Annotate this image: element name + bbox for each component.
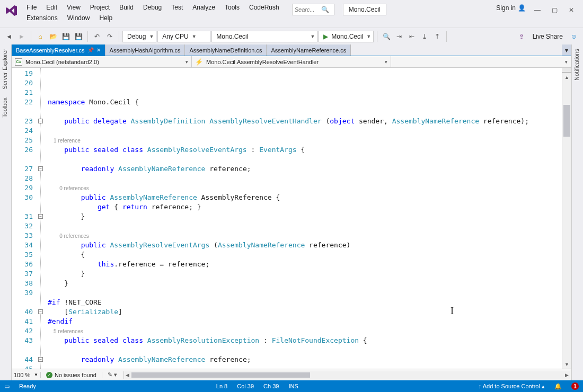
- vertical-scrollbar[interactable]: ▲ ▼: [562, 68, 571, 369]
- find-button[interactable]: 🔍: [381, 31, 392, 42]
- nav-project-combo[interactable]: C# Mono.Cecil (netstandard2.0)▾: [12, 56, 192, 67]
- save-all-button[interactable]: 💾: [73, 31, 84, 42]
- menu-build[interactable]: Build: [115, 2, 138, 13]
- redo-button[interactable]: ↷: [104, 31, 116, 42]
- undo-button[interactable]: ↶: [91, 31, 103, 42]
- code-line[interactable]: }: [48, 212, 562, 221]
- code-line[interactable]: get { return reference; }: [48, 202, 562, 212]
- scroll-right-button[interactable]: ▶: [563, 371, 570, 379]
- feedback-button[interactable]: ☺: [568, 31, 580, 42]
- code-area[interactable]: I namespace Mono.Cecil { public delegate…: [48, 68, 562, 369]
- menu-analyze[interactable]: Analyze: [188, 2, 219, 13]
- menu-debug[interactable]: Debug: [139, 2, 166, 13]
- notification-bell-icon[interactable]: 🔔: [554, 383, 562, 390]
- code-line[interactable]: [48, 364, 562, 369]
- code-line[interactable]: [Serializable]: [48, 307, 562, 317]
- file-tab[interactable]: AssemblyNameDefinition.cs: [185, 44, 267, 56]
- menu-coderush[interactable]: CodeRush: [245, 2, 284, 13]
- code-line[interactable]: {: [48, 250, 562, 260]
- split-handle[interactable]: [562, 68, 571, 73]
- search-input[interactable]: [295, 6, 321, 13]
- live-share-label[interactable]: Live Share: [528, 33, 567, 40]
- notifications-tab[interactable]: Notifications: [572, 44, 581, 85]
- quick-search[interactable]: 🔍: [292, 4, 334, 15]
- step-button-1[interactable]: ⇥: [393, 31, 405, 42]
- code-line[interactable]: [48, 107, 562, 117]
- code-line[interactable]: [48, 345, 562, 355]
- nav-back-button[interactable]: ◄: [3, 31, 15, 42]
- nav-fwd-button[interactable]: ►: [16, 31, 28, 42]
- scroll-left-button[interactable]: ◀: [124, 371, 131, 379]
- menu-view[interactable]: View: [63, 2, 85, 13]
- codelens[interactable]: 1 reference: [48, 136, 562, 145]
- codelens[interactable]: 0 references: [48, 183, 562, 193]
- source-control-button[interactable]: ↑ Add to Source Control ▴: [479, 383, 545, 390]
- code-line[interactable]: #if !NET_CORE: [48, 298, 562, 307]
- menu-extensions[interactable]: Extensions: [22, 13, 62, 23]
- sign-in[interactable]: Sign in 👤: [496, 4, 526, 12]
- fold-toggle[interactable]: −: [38, 357, 43, 362]
- menu-window[interactable]: Window: [63, 13, 94, 23]
- save-button[interactable]: 💾: [60, 31, 72, 42]
- file-tab[interactable]: AssemblyNameReference.cs: [267, 44, 351, 56]
- fold-toggle[interactable]: −: [38, 309, 43, 314]
- menu-project[interactable]: Project: [86, 2, 114, 13]
- code-line[interactable]: [48, 221, 562, 231]
- code-line[interactable]: }: [48, 279, 562, 288]
- horizontal-scrollbar[interactable]: ◀ ▶: [123, 371, 570, 379]
- code-line[interactable]: readonly AssemblyNameReference reference…: [48, 164, 562, 174]
- pin-icon[interactable]: 📌: [87, 47, 94, 53]
- cleanup-button[interactable]: ✎ ▾: [102, 371, 122, 378]
- code-line[interactable]: [48, 126, 562, 136]
- code-line[interactable]: [48, 288, 562, 298]
- menu-edit[interactable]: Edit: [42, 2, 61, 13]
- codelens[interactable]: 0 references: [48, 231, 562, 240]
- live-share-icon[interactable]: ⇪: [516, 31, 527, 42]
- code-line[interactable]: public sealed class AssemblyResolveEvent…: [48, 145, 562, 155]
- fold-toggle[interactable]: −: [38, 214, 43, 219]
- codelens[interactable]: 5 references: [48, 326, 562, 336]
- code-line[interactable]: public delegate AssemblyDefinition Assem…: [48, 117, 562, 126]
- nav-member-combo[interactable]: ▾: [391, 56, 571, 67]
- maximize-button[interactable]: ▢: [546, 3, 563, 17]
- code-line[interactable]: readonly AssemblyNameReference reference…: [48, 355, 562, 364]
- step-button-3[interactable]: ⤓: [419, 31, 430, 42]
- server-explorer-tab[interactable]: Server Explorer: [0, 44, 10, 93]
- start-debug-button[interactable]: ▶Mono.Cecil▼: [319, 31, 374, 42]
- hscroll-thumb[interactable]: [131, 372, 310, 378]
- code-line[interactable]: [48, 155, 562, 164]
- fold-toggle[interactable]: −: [38, 166, 43, 171]
- code-line[interactable]: }: [48, 269, 562, 279]
- step-button-2[interactable]: ⇤: [406, 31, 418, 42]
- close-button[interactable]: ✕: [563, 3, 580, 17]
- code-line[interactable]: this.reference = reference;: [48, 260, 562, 269]
- error-indicator[interactable]: ✓ No issues found: [41, 372, 102, 378]
- zoom-combo[interactable]: 100 %▼: [12, 372, 41, 378]
- tab-overflow-button[interactable]: ▾: [562, 44, 571, 56]
- notification-count-badge[interactable]: 1: [571, 382, 579, 390]
- code-line[interactable]: namespace Mono.Cecil {: [48, 97, 562, 107]
- close-tab-icon[interactable]: ✕: [96, 47, 101, 53]
- code-editor[interactable]: 1920212223242526272829303132333435363738…: [12, 68, 571, 369]
- startup-project-combo[interactable]: Mono.Cecil▼: [211, 31, 317, 42]
- step-button-4[interactable]: ⤒: [431, 31, 443, 42]
- config-combo[interactable]: Debug▼: [122, 31, 156, 42]
- menu-test[interactable]: Test: [167, 2, 187, 13]
- file-tab[interactable]: AssemblyHashAlgorithm.cs: [105, 44, 186, 56]
- fold-toggle[interactable]: −: [38, 119, 43, 123]
- platform-combo[interactable]: Any CPU▼: [157, 31, 210, 42]
- new-project-button[interactable]: ⌂: [34, 31, 46, 42]
- scroll-down-button[interactable]: ▼: [562, 360, 571, 369]
- menu-tools[interactable]: Tools: [220, 2, 244, 13]
- file-tab[interactable]: BaseAssemblyResolver.cs📌✕: [12, 44, 105, 56]
- code-line[interactable]: public AssemblyResolveEventArgs (Assembl…: [48, 240, 562, 250]
- menu-help[interactable]: Help: [95, 13, 117, 23]
- minimize-button[interactable]: —: [529, 3, 546, 17]
- scroll-up-button[interactable]: ▲: [562, 73, 571, 82]
- nav-type-combo[interactable]: ⚡ Mono.Cecil.AssemblyResolveEventHandler…: [192, 56, 391, 67]
- code-line[interactable]: #endif: [48, 317, 562, 326]
- menu-file[interactable]: File: [22, 2, 41, 13]
- solution-name[interactable]: Mono.Cecil: [343, 4, 386, 15]
- code-line[interactable]: public sealed class AssemblyResolutionEx…: [48, 336, 562, 345]
- toolbox-tab[interactable]: Toolbox: [0, 93, 10, 122]
